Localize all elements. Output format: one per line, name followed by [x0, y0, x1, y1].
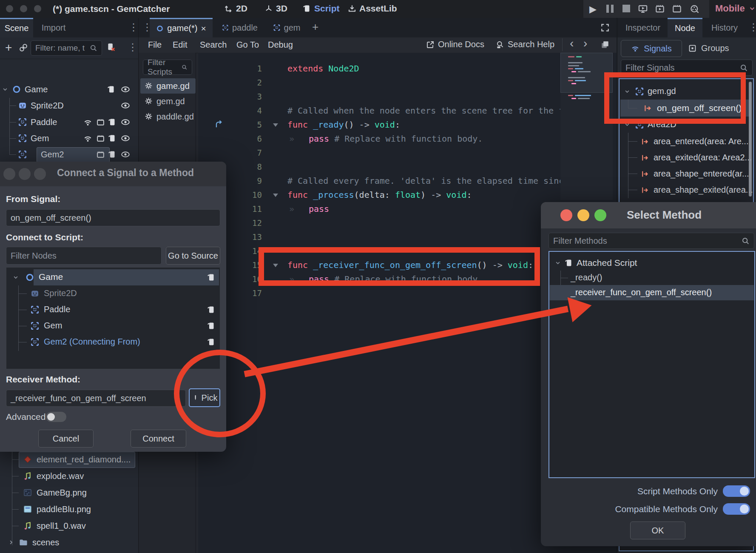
menu-edit[interactable]: Edit: [173, 40, 187, 50]
script-item-game[interactable]: game.gd: [140, 78, 196, 94]
connect-node-gem[interactable]: Gem: [6, 318, 220, 334]
chevron-down-icon[interactable]: [624, 88, 631, 95]
dock-menu-icon[interactable]: ⋮: [128, 21, 139, 33]
signal-on-gem-off-screen[interactable]: on_gem_off_screen(): [620, 100, 753, 117]
filter-signals-input[interactable]: Filter Signals: [621, 60, 753, 76]
script-item-gem[interactable]: gem.gd: [140, 94, 196, 109]
play-movie-button[interactable]: [655, 4, 665, 14]
tab-game-script[interactable]: game(*) ×: [150, 18, 213, 37]
connect-node-paddle[interactable]: Paddle: [6, 302, 220, 318]
folder-scenes[interactable]: scenes: [0, 534, 138, 550]
online-docs-button[interactable]: Online Docs: [426, 40, 484, 49]
script-icon[interactable]: [108, 134, 117, 143]
go-to-source-button[interactable]: Go to Source: [166, 247, 220, 265]
menu-search[interactable]: Search: [200, 40, 227, 50]
menu-file[interactable]: File: [148, 40, 162, 50]
signals-button[interactable]: Signals: [621, 40, 682, 57]
tab-history[interactable]: History: [705, 18, 744, 37]
tab-import[interactable]: Import: [33, 18, 74, 37]
filter-methods-input[interactable]: Filter Methods: [549, 233, 754, 249]
close-button[interactable]: [3, 168, 15, 180]
script-icon[interactable]: [108, 118, 117, 126]
close-button[interactable]: [560, 209, 572, 221]
filter-scripts-input[interactable]: Filter Scripts: [143, 60, 192, 75]
groups-button[interactable]: Groups: [688, 40, 753, 56]
scene-filter-input[interactable]: Filter: name, t: [31, 40, 102, 56]
minimize-button[interactable]: [19, 168, 31, 180]
play-custom-scene-button[interactable]: [672, 4, 682, 14]
history-forward-icon[interactable]: ›: [583, 37, 587, 50]
script-icon[interactable]: [107, 85, 116, 94]
tab-inspector[interactable]: Inspector: [621, 18, 665, 37]
tab-gem-script[interactable]: gem: [266, 18, 307, 37]
scene-tree-menu-icon[interactable]: ⋮: [128, 41, 138, 53]
scene-node-paddle[interactable]: Paddle: [0, 114, 138, 130]
history-back-icon[interactable]: ‹: [570, 37, 574, 50]
signal-class-area2d[interactable]: Area2D: [620, 117, 753, 133]
eye-icon[interactable]: [121, 117, 130, 127]
signal-icon[interactable]: [83, 134, 92, 143]
scene-node-game[interactable]: Game: [0, 81, 138, 97]
fold-icon[interactable]: [273, 123, 278, 127]
stop-button[interactable]: [622, 5, 630, 14]
signal-area-entered[interactable]: area_entered(area: Are...: [620, 134, 753, 150]
groups-film-icon[interactable]: [96, 150, 105, 159]
run-profile-dropdown[interactable]: Mobile: [715, 3, 756, 14]
script-icon[interactable]: [108, 150, 117, 159]
add-node-button[interactable]: +: [5, 41, 12, 54]
code-minimap[interactable]: [560, 53, 613, 200]
fold-icon[interactable]: [273, 264, 278, 267]
compatible-methods-only-toggle[interactable]: [723, 503, 750, 515]
minimize-button[interactable]: [577, 209, 589, 221]
chevron-down-icon[interactable]: [2, 86, 9, 93]
file-element-red-diamond[interactable]: element_red_diamond....: [0, 451, 138, 467]
eye-icon[interactable]: [121, 85, 130, 94]
scene-node-sprite2d[interactable]: Sprite2D: [0, 97, 138, 114]
receiver-method-input[interactable]: _receiver_func_on_gem_off_screen: [6, 390, 186, 407]
workspace-script-button[interactable]: Script: [303, 3, 340, 14]
advanced-toggle[interactable]: [46, 412, 66, 422]
signal-script-gem-gd[interactable]: gem.gd: [620, 83, 753, 100]
tab-paddle-script[interactable]: paddle: [216, 18, 264, 37]
ok-button[interactable]: OK: [630, 522, 685, 539]
connect-node-gem2[interactable]: Gem2 (Connecting From): [6, 334, 220, 350]
eye-icon[interactable]: [121, 134, 130, 143]
signal-area-exited[interactable]: area_exited(area: Area2...: [620, 150, 753, 166]
eye-icon[interactable]: [121, 150, 130, 159]
eye-icon[interactable]: [121, 101, 130, 110]
fold-icon[interactable]: [273, 194, 278, 197]
groups-film-icon[interactable]: [96, 134, 105, 143]
chevron-down-icon[interactable]: [12, 274, 19, 281]
scene-node-gem[interactable]: Gem: [0, 130, 138, 146]
method-receiver-func[interactable]: _receiver_func_on_gem_off_screen(): [550, 285, 754, 300]
expand-icon[interactable]: [600, 23, 610, 32]
zoom-button[interactable]: [34, 168, 46, 180]
cancel-button[interactable]: Cancel: [38, 430, 94, 448]
workspace-2d-button[interactable]: 2D: [225, 3, 247, 14]
script-item-paddle[interactable]: paddle.gd: [140, 109, 196, 124]
dock-menu-icon[interactable]: ⋮: [748, 21, 756, 33]
chevron-right-icon[interactable]: [8, 539, 14, 546]
play-scene-button[interactable]: [638, 4, 648, 14]
workspace-assetlib-button[interactable]: AssetLib: [348, 3, 397, 14]
pause-button[interactable]: [606, 5, 614, 14]
connect-button[interactable]: Connect: [131, 430, 186, 448]
signal-icon[interactable]: [83, 118, 92, 127]
tab-node[interactable]: Node: [668, 18, 702, 37]
instance-scene-button[interactable]: [19, 43, 28, 52]
menu-goto[interactable]: Go To: [236, 40, 259, 50]
chevron-down-icon[interactable]: [624, 121, 631, 128]
groups-film-icon[interactable]: [96, 118, 105, 127]
detach-script-button[interactable]: [106, 43, 116, 52]
scrollbar[interactable]: [749, 82, 752, 197]
script-methods-only-toggle[interactable]: [723, 485, 750, 497]
workspace-3d-button[interactable]: 3D: [264, 3, 287, 14]
scene-node-gem2[interactable]: Gem2: [0, 146, 138, 162]
tab-scene[interactable]: Scene: [0, 18, 33, 37]
menu-debug[interactable]: Debug: [268, 40, 293, 50]
file-gamebg-png[interactable]: GameBg.png: [0, 485, 138, 501]
method-ready[interactable]: _ready(): [549, 271, 754, 285]
filter-nodes-input[interactable]: Filter Nodes: [6, 247, 162, 265]
connect-node-game[interactable]: Game: [6, 269, 220, 285]
file-spell1-wav[interactable]: spell1_0.wav: [0, 518, 138, 534]
